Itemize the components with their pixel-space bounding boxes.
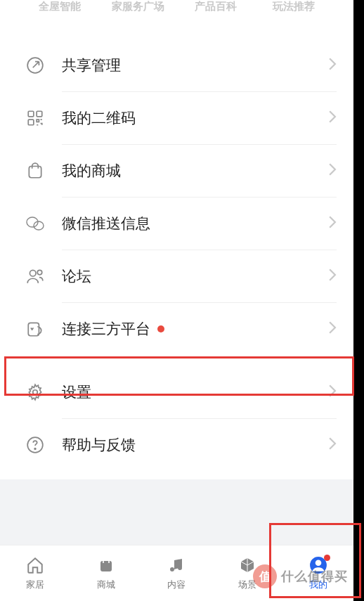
nav-tab-profile[interactable]: 我的 xyxy=(282,545,353,601)
svg-point-14 xyxy=(178,566,182,570)
avatar-icon xyxy=(309,556,327,574)
menu-item-label: 连接三方平台 xyxy=(62,319,328,339)
svg-rect-2 xyxy=(37,111,42,117)
svg-point-7 xyxy=(30,270,36,276)
top-tab[interactable]: 产品百科 xyxy=(177,0,255,13)
settings-menu-list: 共享管理 我的二维码 我的商城 xyxy=(0,39,353,479)
menu-item-label: 论坛 xyxy=(62,266,328,286)
chevron-right-icon xyxy=(328,216,337,232)
menu-item-my-mall[interactable]: 我的商城 xyxy=(0,145,353,197)
nav-tab-label: 商城 xyxy=(97,579,115,591)
gear-icon xyxy=(25,382,45,402)
top-tab[interactable]: 全屋智能 xyxy=(21,0,99,13)
svg-rect-3 xyxy=(28,119,34,125)
top-tab-bar: 全屋智能 家服务广场 产品百科 玩法推荐 xyxy=(0,0,353,13)
chevron-right-icon xyxy=(328,384,337,401)
home-icon xyxy=(26,556,44,574)
top-tab[interactable]: 家服务广场 xyxy=(99,0,177,13)
people-icon xyxy=(25,266,45,286)
svg-point-16 xyxy=(315,560,321,566)
menu-item-label: 微信推送信息 xyxy=(62,214,328,233)
nav-tab-label: 内容 xyxy=(167,579,186,591)
menu-item-label: 共享管理 xyxy=(62,56,328,75)
nav-tab-label: 我的 xyxy=(309,579,327,591)
chevron-right-icon xyxy=(328,110,337,127)
chevron-right-icon xyxy=(328,437,337,453)
top-tab[interactable]: 玩法推荐 xyxy=(254,0,332,13)
wechat-icon xyxy=(25,214,45,233)
nav-tab-content[interactable]: 内容 xyxy=(141,545,212,601)
svg-rect-9 xyxy=(28,323,39,335)
notification-dot xyxy=(157,325,164,332)
bottom-nav-bar: 家居 商城 内容 场景 我的 xyxy=(0,545,353,601)
menu-item-label: 我的商城 xyxy=(62,161,328,181)
menu-item-forum[interactable]: 论坛 xyxy=(0,250,353,302)
nav-tab-scene[interactable]: 场景 xyxy=(212,545,283,601)
right-black-strip xyxy=(353,0,364,601)
svg-rect-13 xyxy=(100,561,112,571)
nav-tab-label: 家居 xyxy=(26,579,44,591)
menu-item-connect-third-party[interactable]: 连接三方平台 xyxy=(0,303,353,355)
nav-tab-home[interactable]: 家居 xyxy=(0,545,71,601)
nav-tab-label: 场景 xyxy=(238,579,256,591)
bag-icon xyxy=(97,556,115,574)
cube-icon xyxy=(238,556,256,574)
svg-point-8 xyxy=(37,270,42,275)
chevron-right-icon xyxy=(328,269,337,285)
chevron-right-icon xyxy=(328,321,337,337)
svg-rect-4 xyxy=(29,167,41,178)
nav-tab-mall[interactable]: 商城 xyxy=(71,545,142,601)
menu-item-settings[interactable]: 设置 xyxy=(0,366,353,418)
menu-item-help-feedback[interactable]: 帮助与反馈 xyxy=(0,419,353,471)
svg-point-6 xyxy=(34,221,44,230)
menu-item-share-management[interactable]: 共享管理 xyxy=(0,39,353,91)
music-icon xyxy=(167,556,186,574)
notification-dot xyxy=(324,555,330,561)
menu-item-label: 帮助与反馈 xyxy=(62,435,328,455)
help-icon xyxy=(25,435,45,455)
bag-icon xyxy=(25,161,45,181)
menu-item-my-qrcode[interactable]: 我的二维码 xyxy=(0,92,353,144)
chevron-right-icon xyxy=(328,163,337,179)
svg-point-10 xyxy=(33,390,38,395)
chevron-right-icon xyxy=(328,58,337,74)
svg-rect-1 xyxy=(28,111,34,117)
qrcode-icon xyxy=(25,108,45,128)
menu-item-label: 我的二维码 xyxy=(62,108,328,128)
share-arrow-icon xyxy=(25,56,45,75)
shield-heart-icon xyxy=(25,319,45,339)
menu-item-wechat-push[interactable]: 微信推送信息 xyxy=(0,198,353,250)
svg-point-12 xyxy=(34,448,36,450)
menu-item-label: 设置 xyxy=(62,382,328,402)
